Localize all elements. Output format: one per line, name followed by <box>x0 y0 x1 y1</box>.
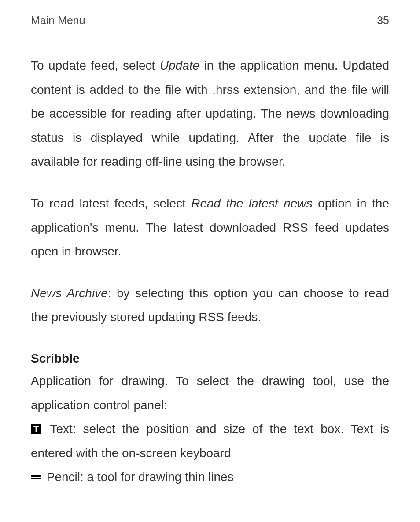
document-page: Main Menu 35 To update feed, select Upda… <box>0 0 420 516</box>
svg-rect-2 <box>31 475 41 477</box>
emphasis-news-archive: News Archive <box>31 286 108 300</box>
pencil-tool-icon <box>31 466 41 477</box>
text-run: To update feed, select <box>31 59 160 72</box>
page-number: 35 <box>377 14 389 27</box>
tool-line-text: T Text: select the position and size of … <box>31 417 389 465</box>
tool-text-label: Text: select the position and size of th… <box>31 422 389 460</box>
text-run: To read latest feeds, select <box>31 196 191 210</box>
paragraph-scribble-intro: Application for drawing. To select the d… <box>31 369 389 417</box>
tool-pencil-label: Pencil: a tool for drawing thin lines <box>43 470 234 484</box>
header-title: Main Menu <box>31 14 85 27</box>
svg-rect-3 <box>31 478 41 479</box>
paragraph-news-archive: News Archive: by selecting this option y… <box>31 281 389 329</box>
page-body: To update feed, select Update in the app… <box>31 54 389 489</box>
paragraph-read-latest: To read latest feeds, select Read the la… <box>31 192 389 264</box>
paragraph-update: To update feed, select Update in the app… <box>31 54 389 174</box>
text-tool-icon: T <box>31 418 41 429</box>
section-title-scribble: Scribble <box>31 352 389 366</box>
text-run: in the application menu. Updated content… <box>31 59 389 168</box>
tool-line-pencil: Pencil: a tool for drawing thin lines <box>31 465 389 489</box>
emphasis-update: Update <box>160 59 199 72</box>
page-header: Main Menu 35 <box>31 14 389 29</box>
svg-text:T: T <box>33 424 39 434</box>
emphasis-read-latest: Read the latest news <box>191 196 312 210</box>
